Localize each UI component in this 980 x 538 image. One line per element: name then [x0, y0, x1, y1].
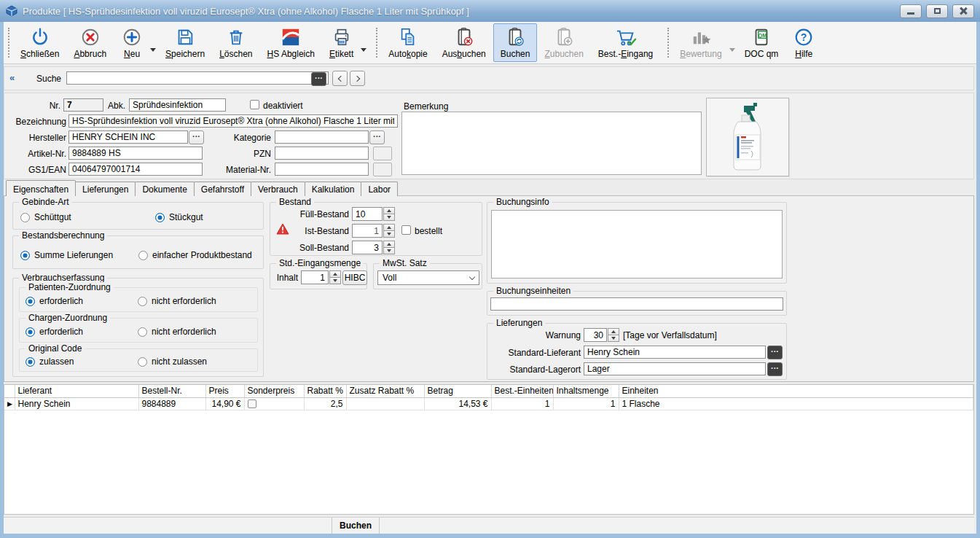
chargen-nicht-erforderlich-radio[interactable]	[138, 327, 147, 337]
tab-dokumente[interactable]: Dokumente	[135, 182, 194, 196]
tab-labor[interactable]: Labor	[361, 182, 398, 196]
artikel-nr-field[interactable]	[68, 147, 203, 160]
nicht-zulassen-radio[interactable]	[138, 357, 147, 367]
previous-record-button[interactable]	[332, 71, 348, 86]
chargen-erforderlich-radio[interactable]	[26, 327, 35, 337]
sonderpreis-checkbox[interactable]	[248, 399, 256, 408]
search-input[interactable]	[66, 71, 329, 85]
toolbar-gripper[interactable]	[376, 28, 377, 58]
bezeichnung-field[interactable]	[68, 114, 398, 128]
col-betrag[interactable]: Betrag	[424, 385, 491, 397]
material-nr-field[interactable]	[275, 163, 369, 176]
table-row[interactable]: ▶ Henry Schein 9884889 14,90 € 2,5 14,53…	[4, 397, 973, 410]
ist-bestand-input[interactable]	[352, 224, 383, 238]
tab-kalkulation[interactable]: Kalkulation	[305, 182, 362, 196]
ist-bestand-down-button[interactable]	[383, 231, 395, 238]
col-lieferant[interactable]: Lieferant	[15, 385, 138, 397]
save-button[interactable]: Speichern	[158, 23, 212, 62]
cell-best-einheiten[interactable]: 1	[491, 397, 553, 410]
fuell-bestand-down-button[interactable]	[383, 214, 395, 221]
ist-bestand-up-button[interactable]	[383, 224, 395, 231]
inhalt-input[interactable]	[301, 270, 329, 284]
zulassen-radio[interactable]	[26, 357, 35, 367]
mwst-satz-select[interactable]: Voll	[377, 270, 479, 285]
soll-bestand-down-button[interactable]	[383, 248, 395, 254]
cell-lieferant[interactable]: Henry Schein	[15, 397, 138, 410]
label-dropdown-button[interactable]	[361, 23, 369, 62]
col-bestell-nr[interactable]: Bestell-Nr.	[138, 385, 205, 397]
abk-field[interactable]	[129, 98, 226, 112]
standard-lieferant-field[interactable]	[584, 346, 766, 359]
stueckgut-radio[interactable]	[155, 213, 165, 222]
tab-gefahrstoff[interactable]: Gefahrstoff	[194, 182, 251, 196]
fuell-bestand-input[interactable]	[352, 207, 383, 221]
cell-betrag[interactable]: 14,53 €	[424, 397, 491, 410]
toolbar-gripper[interactable]	[667, 28, 669, 58]
cell-sonderpreis[interactable]	[244, 397, 304, 410]
tab-verbrauch[interactable]: Verbrauch	[251, 182, 305, 196]
close-button[interactable]	[952, 4, 974, 18]
gs1-field[interactable]	[68, 163, 203, 176]
close-form-button[interactable]: Schließen	[13, 23, 66, 62]
buchungseinheiten-field[interactable]	[490, 297, 783, 311]
soll-bestand-input[interactable]	[352, 241, 383, 254]
summe-lieferungen-radio[interactable]	[20, 251, 30, 260]
col-preis[interactable]: Preis	[205, 385, 244, 397]
col-best-einheiten[interactable]: Best.-Einheiten	[491, 385, 553, 397]
order-entry-button[interactable]: Best.-Eingang	[591, 23, 660, 62]
minimize-button[interactable]	[900, 4, 922, 18]
autocopy-button[interactable]: Autokopie	[381, 23, 434, 62]
toolbar-gripper[interactable]	[8, 28, 9, 58]
new-dropdown-button[interactable]	[150, 23, 158, 62]
cell-inhaltsmenge[interactable]: 1	[553, 397, 619, 410]
cell-zusatz-rabatt[interactable]	[346, 397, 424, 410]
delete-button[interactable]: Löschen	[212, 23, 259, 62]
rating-button[interactable]: Bewertung	[673, 23, 729, 62]
hibc-button[interactable]: HIBC	[342, 270, 367, 285]
tab-lieferungen[interactable]: Lieferungen	[75, 182, 136, 196]
book-button[interactable]: Buchen	[493, 23, 538, 62]
schuettgut-radio[interactable]	[20, 213, 30, 222]
col-rabatt[interactable]: Rabatt %	[304, 385, 346, 397]
fuell-bestand-up-button[interactable]	[383, 207, 395, 214]
standard-lieferant-lookup-button[interactable]: ···	[767, 346, 783, 359]
einfacher-produktbestand-radio[interactable]	[138, 251, 148, 260]
patienten-nicht-erforderlich-radio[interactable]	[138, 297, 147, 306]
tab-eigenschaften[interactable]: Eigenschaften	[6, 180, 76, 196]
col-sonderpreis[interactable]: Sonderpreis	[244, 385, 304, 397]
search-more-button[interactable]: ···	[311, 72, 326, 86]
warnung-up-button[interactable]	[608, 328, 619, 335]
rating-dropdown-button[interactable]	[729, 23, 737, 62]
doc-qm-button[interactable]: QM DOC qm	[737, 23, 786, 62]
help-button[interactable]: ? Hilfe	[785, 23, 822, 62]
warnung-input[interactable]	[584, 328, 607, 342]
maximize-button[interactable]	[926, 4, 948, 18]
book-in-button[interactable]: Zubuchen	[537, 23, 590, 62]
hs-abgleich-button[interactable]: HS Abgleich	[260, 23, 322, 62]
hersteller-field[interactable]	[68, 130, 188, 144]
buchungsinfo-textarea[interactable]	[491, 210, 783, 278]
kategorie-field[interactable]	[275, 130, 369, 144]
collapse-search-icon[interactable]: «	[9, 72, 15, 83]
col-inhaltsmenge[interactable]: Inhaltsmenge	[553, 385, 619, 397]
col-einheiten[interactable]: Einheiten	[619, 385, 973, 397]
deaktiviert-checkbox[interactable]	[250, 100, 259, 109]
hersteller-lookup-button[interactable]: ···	[189, 130, 204, 144]
warnung-down-button[interactable]	[608, 335, 619, 342]
col-zusatz-rabatt[interactable]: Zusatz Rabatt %	[346, 385, 424, 397]
label-print-button[interactable]: Etikett	[322, 23, 361, 62]
book-out-button[interactable]: Ausbuchen	[435, 23, 493, 62]
soll-bestand-up-button[interactable]	[383, 241, 395, 248]
new-button[interactable]: Neu	[114, 23, 150, 62]
cell-preis[interactable]: 14,90 €	[205, 397, 244, 410]
standard-lagerort-field[interactable]	[584, 362, 766, 375]
patienten-erforderlich-radio[interactable]	[26, 297, 35, 306]
product-image-frame[interactable]	[706, 98, 789, 176]
pzn-field[interactable]	[275, 147, 369, 160]
abort-button[interactable]: Abbruch	[66, 23, 114, 62]
material-nr-button[interactable]	[373, 163, 392, 176]
pzn-button[interactable]	[373, 147, 392, 160]
cell-bestell-nr[interactable]: 9884889	[138, 397, 205, 410]
inhalt-down-button[interactable]	[329, 278, 341, 284]
inhalt-up-button[interactable]	[329, 270, 341, 278]
